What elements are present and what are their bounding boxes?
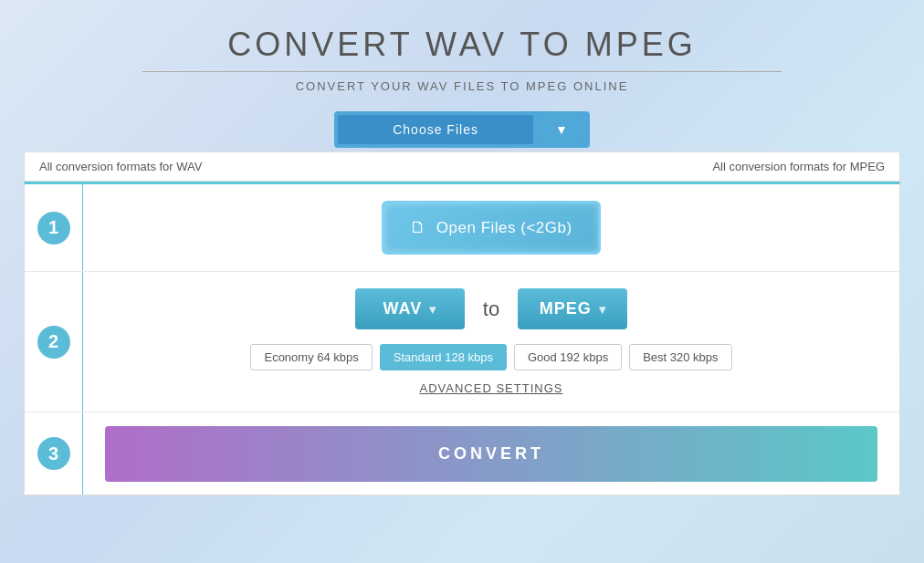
to-label: to <box>483 297 499 321</box>
from-format-button[interactable]: WAV ▾ <box>355 288 465 329</box>
step-1-row: 1 🗋 Open Files (<2Gb) <box>25 184 899 272</box>
step-1-number: 1 <box>25 184 83 271</box>
upload-bar: Choose Files ▼ <box>334 111 590 148</box>
page-title: CONVERT WAV TO MPEG <box>0 26 924 64</box>
quality-good-button[interactable]: Good 192 kbps <box>514 344 622 370</box>
main-content: 1 🗋 Open Files (<2Gb) 2 WAV ▾ <box>24 182 900 495</box>
quality-economy-button[interactable]: Economy 64 kbps <box>250 344 372 370</box>
convert-button[interactable]: CONVERT <box>105 426 877 482</box>
open-files-button[interactable]: 🗋 Open Files (<2Gb) <box>382 201 600 255</box>
wav-formats-link[interactable]: All conversion formats for WAV <box>39 160 202 173</box>
to-format-button[interactable]: MPEG ▾ <box>518 288 627 329</box>
to-format-label: MPEG <box>540 299 592 318</box>
open-files-label: Open Files (<2Gb) <box>436 219 572 237</box>
mpeg-formats-link[interactable]: All conversion formats for MPEG <box>712 160 885 173</box>
divider <box>142 71 782 72</box>
page-header: CONVERT WAV TO MPEG CONVERT YOUR WAV FIL… <box>0 0 924 111</box>
step-2-number: 2 <box>25 272 83 412</box>
quality-standard-button[interactable]: Standard 128 kbps <box>380 344 507 370</box>
step-3-number: 3 <box>25 412 83 495</box>
choose-files-button[interactable]: Choose Files <box>338 115 533 144</box>
step-3-row: 3 CONVERT <box>25 412 899 495</box>
step-3-circle: 3 <box>37 437 70 470</box>
from-format-label: WAV <box>383 299 422 318</box>
step-2-content: WAV ▾ to MPEG ▾ Economy 64 kbps Standard… <box>83 272 899 412</box>
step-3-content: CONVERT <box>83 412 899 495</box>
step-2-row: 2 WAV ▾ to MPEG ▾ Economy 64 kbps Sta <box>25 272 899 412</box>
quality-best-button[interactable]: Best 320 kbps <box>629 344 731 370</box>
file-icon: 🗋 <box>410 218 427 237</box>
step-2-circle: 2 <box>37 326 70 359</box>
format-tabs-bar: All conversion formats for WAV All conve… <box>24 151 900 182</box>
to-format-chevron: ▾ <box>599 302 606 317</box>
from-format-chevron: ▾ <box>429 302 436 317</box>
advanced-settings-link[interactable]: ADVANCED SETTINGS <box>420 381 563 395</box>
step-1-circle: 1 <box>37 212 70 245</box>
quality-options: Economy 64 kbps Standard 128 kbps Good 1… <box>250 344 731 370</box>
upload-more-button[interactable]: ▼ <box>537 115 586 144</box>
step-1-content: 🗋 Open Files (<2Gb) <box>83 184 899 271</box>
subtitle: CONVERT YOUR WAV FILES TO MPEG ONLINE <box>0 79 924 93</box>
format-selector-row: WAV ▾ to MPEG ▾ <box>355 288 627 329</box>
